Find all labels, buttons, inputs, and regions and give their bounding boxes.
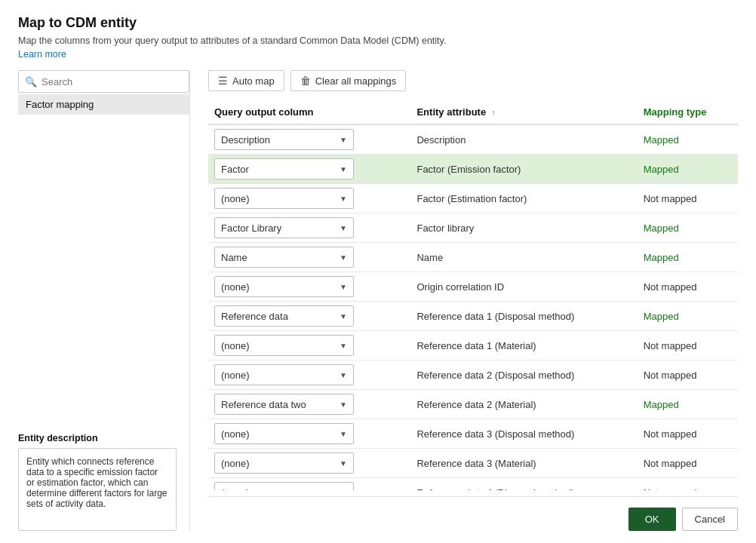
table-row: Name▼NameMapped xyxy=(208,243,738,272)
select-value: (none) xyxy=(221,370,250,381)
right-panel: ☰ Auto map 🗑 Clear all mappings Query ou… xyxy=(190,70,738,531)
clear-all-button[interactable]: 🗑 Clear all mappings xyxy=(290,70,407,91)
mapping-type-cell: Mapped xyxy=(638,302,738,331)
query-col-cell: (none)▼ xyxy=(208,449,410,478)
status-badge: Not mapped xyxy=(644,370,697,381)
table-row: (none)▼Reference data 1 (Material)Not ma… xyxy=(208,331,738,360)
chevron-down-icon: ▼ xyxy=(340,430,347,438)
status-badge: Not mapped xyxy=(644,340,697,351)
entity-attr-cell: Name xyxy=(410,243,637,272)
sidebar-item-factor-mapping[interactable]: Factor mapping xyxy=(18,94,189,115)
entity-attr-cell: Reference data 1 (Material) xyxy=(410,331,637,360)
select-value: Description xyxy=(221,134,270,146)
chevron-down-icon: ▼ xyxy=(340,489,347,491)
status-badge: Mapped xyxy=(644,222,679,234)
select-value: (none) xyxy=(221,487,250,491)
table-row: Reference data two▼Reference data 2 (Mat… xyxy=(208,390,738,419)
query-col-cell: Description▼ xyxy=(208,124,410,155)
mapping-type-cell: Not mapped xyxy=(638,360,738,390)
query-col-cell: (none)▼ xyxy=(208,478,410,491)
query-col-select[interactable]: (none)▼ xyxy=(214,335,354,356)
search-input[interactable] xyxy=(41,76,183,87)
query-col-select[interactable]: Factor Library▼ xyxy=(214,217,354,238)
query-col-select[interactable]: (none)▼ xyxy=(214,276,354,297)
auto-map-button[interactable]: ☰ Auto map xyxy=(208,70,284,91)
clear-all-icon: 🗑 xyxy=(300,75,311,87)
entity-attr-cell: Reference data 3 (Disposal method) xyxy=(410,419,637,449)
chevron-down-icon: ▼ xyxy=(340,195,347,203)
query-col-cell: Name▼ xyxy=(208,243,410,272)
query-col-select[interactable]: (none)▼ xyxy=(214,482,354,490)
select-value: Name xyxy=(221,252,247,263)
query-col-cell: (none)▼ xyxy=(208,331,410,360)
mapping-type-cell: Not mapped xyxy=(638,449,738,478)
chevron-down-icon: ▼ xyxy=(340,224,347,232)
toolbar: ☰ Auto map 🗑 Clear all mappings xyxy=(208,70,738,91)
entity-attr-cell: Factor (Emission factor) xyxy=(410,155,637,184)
select-value: Factor xyxy=(221,164,249,175)
query-col-select[interactable]: (none)▼ xyxy=(214,188,354,209)
chevron-down-icon: ▼ xyxy=(340,371,347,379)
chevron-down-icon: ▼ xyxy=(340,253,347,262)
col1-header: Query output column xyxy=(208,102,410,124)
entity-attr-cell: Origin correlation ID xyxy=(410,272,637,302)
query-col-select[interactable]: (none)▼ xyxy=(214,423,354,444)
status-badge: Not mapped xyxy=(644,458,697,469)
table: Query output column Entity attribute ↑ M… xyxy=(208,102,738,490)
query-col-cell: (none)▼ xyxy=(208,184,410,213)
select-value: (none) xyxy=(221,428,250,440)
search-icon: 🔍 xyxy=(25,76,37,87)
search-box[interactable]: 🔍 xyxy=(18,70,189,93)
status-badge: Mapped xyxy=(644,399,679,410)
mapping-type-cell: Not mapped xyxy=(638,478,738,491)
entity-attr-cell: Reference data 4 (Disposal method) xyxy=(410,478,637,491)
query-col-select[interactable]: (none)▼ xyxy=(214,364,354,385)
query-col-select[interactable]: Reference data two▼ xyxy=(214,394,354,415)
cancel-button[interactable]: Cancel xyxy=(682,508,738,531)
auto-map-label: Auto map xyxy=(232,75,275,87)
entity-description-title: Entity description xyxy=(18,433,189,443)
col3-header: Mapping type xyxy=(638,102,738,124)
sidebar: 🔍 Factor mapping Entity description Enti… xyxy=(18,70,190,531)
mapping-type-cell: Mapped xyxy=(638,155,738,184)
status-badge: Mapped xyxy=(644,311,679,322)
status-badge: Not mapped xyxy=(644,487,697,491)
auto-map-icon: ☰ xyxy=(218,75,228,87)
sort-icon: ↑ xyxy=(492,109,496,117)
status-badge: Not mapped xyxy=(644,281,697,293)
ok-button[interactable]: OK xyxy=(628,508,676,531)
query-col-cell: (none)▼ xyxy=(208,272,410,302)
query-col-cell: Factor▼ xyxy=(208,155,410,184)
entity-description-text: Entity which connects reference data to … xyxy=(18,448,177,531)
entity-description: Entity description Entity which connects… xyxy=(18,427,189,531)
chevron-down-icon: ▼ xyxy=(340,136,347,144)
query-col-cell: Reference data two▼ xyxy=(208,390,410,419)
chevron-down-icon: ▼ xyxy=(340,342,347,350)
mapping-type-cell: Mapped xyxy=(638,390,738,419)
clear-all-label: Clear all mappings xyxy=(315,75,397,87)
chevron-down-icon: ▼ xyxy=(340,400,347,409)
query-col-select[interactable]: Reference data▼ xyxy=(214,305,354,327)
entity-attr-cell: Reference data 3 (Material) xyxy=(410,449,637,478)
status-badge: Mapped xyxy=(644,252,679,263)
table-row: (none)▼Factor (Estimation factor)Not map… xyxy=(208,184,738,213)
query-col-cell: (none)▼ xyxy=(208,360,410,390)
page-title: Map to CDM entity xyxy=(18,15,738,31)
table-row: (none)▼Reference data 2 (Disposal method… xyxy=(208,360,738,390)
status-badge: Not mapped xyxy=(644,193,697,204)
mapping-type-cell: Mapped xyxy=(638,124,738,155)
query-col-select[interactable]: (none)▼ xyxy=(214,452,354,474)
select-value: Reference data xyxy=(221,311,288,322)
entity-attr-cell: Description xyxy=(410,124,637,155)
select-value: (none) xyxy=(221,193,250,204)
query-col-select[interactable]: Name▼ xyxy=(214,247,354,268)
learn-more-link[interactable]: Learn more xyxy=(18,49,738,60)
query-col-select[interactable]: Description▼ xyxy=(214,129,354,150)
mapping-table: Query output column Entity attribute ↑ M… xyxy=(208,102,738,490)
table-row: (none)▼Origin correlation IDNot mapped xyxy=(208,272,738,302)
query-col-select[interactable]: Factor▼ xyxy=(214,158,354,179)
col2-header: Entity attribute ↑ xyxy=(410,102,637,124)
footer: OK Cancel xyxy=(208,496,738,531)
query-col-cell: Factor Library▼ xyxy=(208,213,410,243)
mapping-type-cell: Not mapped xyxy=(638,419,738,449)
